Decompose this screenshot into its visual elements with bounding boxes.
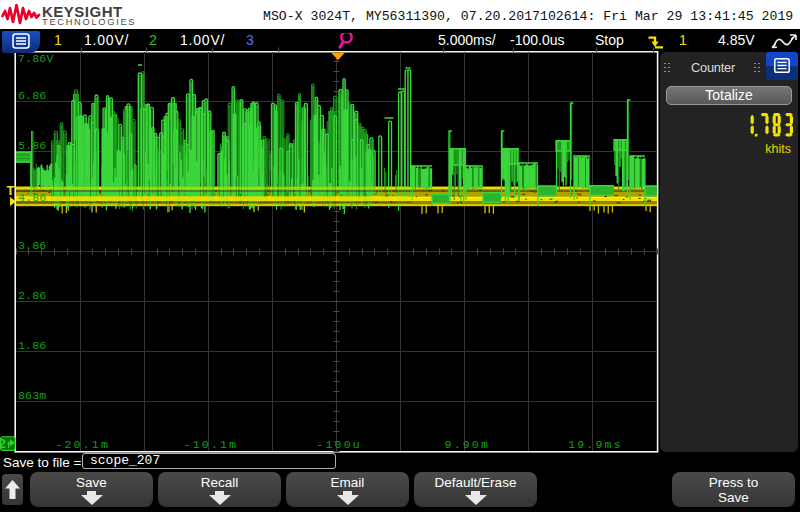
svg-text:863m: 863m — [18, 389, 46, 402]
svg-text:9.90m: 9.90m — [445, 438, 491, 451]
svg-text:7.86V: 7.86V — [18, 52, 54, 65]
svg-text:6.86: 6.86 — [18, 89, 46, 102]
svg-text:-10.1m: -10.1m — [184, 438, 239, 451]
svg-text:4.86: 4.86 — [18, 191, 46, 204]
svg-text:T: T — [7, 184, 15, 199]
svg-text:-20.1m: -20.1m — [55, 438, 110, 451]
svg-text:2.86: 2.86 — [18, 289, 46, 302]
svg-text:2: 2 — [0, 438, 6, 452]
svg-text:3.86: 3.86 — [18, 239, 46, 252]
svg-text:-100u: -100u — [316, 438, 362, 451]
svg-text:19.9ms: 19.9ms — [568, 438, 623, 451]
svg-text:1.86: 1.86 — [18, 339, 46, 352]
